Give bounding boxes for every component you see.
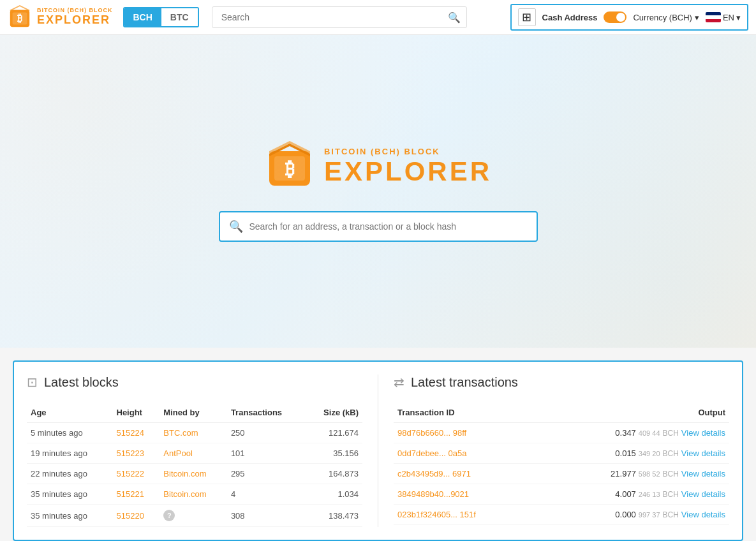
table-row: 35 minutes ago 515220 ? 308 138.473 [27, 505, 362, 527]
block-height[interactable]: 515220 [113, 505, 160, 527]
tx-output: 4.007 246 13 BCH View details [532, 484, 729, 505]
block-size: 1.034 [306, 484, 362, 505]
transactions-header-row: Transaction ID Output [394, 403, 729, 423]
nav-tab-bch[interactable]: BCH [124, 8, 161, 26]
col-age: Age [27, 403, 113, 423]
hero-logo-big: EXPLORER [324, 156, 492, 187]
logo-icon: ₿ [8, 5, 32, 29]
nav-logo-big: EXPLORER [37, 14, 113, 27]
block-size: 138.473 [306, 505, 362, 527]
tx-id[interactable]: 3849489b40...9021 [394, 484, 532, 505]
svg-text:₿: ₿ [285, 158, 294, 179]
tables-wrap: ⊡ Latest blocks Age Height Mined by Tran… [13, 360, 743, 541]
nav-logo[interactable]: ₿ BITCOIN (BCH) BLOCK EXPLORER [8, 5, 113, 29]
table-row: 98d76b6660... 98ff 0.347 409 44 BCH View… [394, 423, 729, 443]
block-transactions: 101 [227, 443, 306, 464]
block-transactions: 4 [227, 484, 306, 505]
block-height[interactable]: 515222 [113, 464, 160, 484]
col-transactions: Transactions [227, 403, 306, 423]
hero-search-input[interactable] [249, 212, 528, 241]
block-mined-by[interactable]: Bitcoin.com [159, 484, 227, 505]
svg-rect-5 [274, 156, 305, 181]
latest-transactions-header: ⇄ Latest transactions [394, 374, 729, 390]
toggle-switch[interactable] [604, 11, 626, 23]
blocks-header-row: Age Height Mined by Transactions Size (k… [27, 403, 362, 423]
svg-text:₿: ₿ [17, 13, 22, 24]
view-details-link[interactable]: View details [681, 469, 725, 478]
view-details-link[interactable]: View details [681, 489, 725, 499]
table-row: 5 minutes ago 515224 BTC.com 250 121.674 [27, 423, 362, 443]
nav-tab-btc[interactable]: BTC [161, 8, 198, 26]
hero-logo-small: BITCOIN (BCH) BLOCK [324, 147, 492, 156]
nav-right: ⊞ Cash Address Currency (BCH) ▾ EN ▾ [510, 4, 748, 31]
table-row: 19 minutes ago 515223 AntPool 101 35.156 [27, 443, 362, 464]
block-size: 121.674 [306, 423, 362, 443]
tx-output: 0.347 409 44 BCH View details [532, 423, 729, 443]
col-output: Output [532, 403, 729, 423]
tx-id[interactable]: 0dd7debee... 0a5a [394, 443, 532, 464]
currency-label: Currency (BCH) [633, 13, 692, 22]
flag-icon [706, 12, 721, 22]
hero-logo-row: ₿ BITCOIN (BCH) BLOCK EXPLORER [264, 141, 492, 192]
tx-id[interactable]: 023b1f324605... 151f [394, 505, 532, 525]
hero-search-wrap: 🔍 [219, 211, 538, 242]
view-details-link[interactable]: View details [681, 510, 725, 519]
block-age: 35 minutes ago [27, 505, 113, 527]
hero-logo: ₿ BITCOIN (BCH) BLOCK EXPLORER [264, 141, 492, 192]
lang-label: EN [723, 13, 734, 22]
nav-search-input[interactable] [212, 6, 467, 28]
blocks-expand-icon: ⊡ [27, 374, 38, 390]
qr-icon[interactable]: ⊞ [518, 8, 536, 26]
table-row: 023b1f324605... 151f 0.000 997 37 BCH Vi… [394, 505, 729, 525]
block-height[interactable]: 515221 [113, 484, 160, 505]
block-mined-by[interactable]: Bitcoin.com [159, 464, 227, 484]
tx-output: 0.000 997 37 BCH View details [532, 505, 729, 525]
svg-rect-4 [269, 151, 310, 186]
tx-output: 0.015 349 20 BCH View details [532, 443, 729, 464]
svg-marker-8 [269, 144, 310, 156]
hero-section: ₿ BITCOIN (BCH) BLOCK EXPLORER 🔍 [0, 35, 756, 348]
vertical-divider [378, 374, 378, 527]
table-row: 3849489b40...9021 4.007 246 13 BCH View … [394, 484, 729, 505]
currency-selector[interactable]: Currency (BCH) ▾ [633, 13, 699, 22]
block-transactions: 308 [227, 505, 306, 527]
lang-chevron-icon: ▾ [736, 13, 741, 22]
block-age: 19 minutes ago [27, 443, 113, 464]
tx-output: 21.977 598 52 BCH View details [532, 464, 729, 484]
block-mined-by[interactable]: AntPool [159, 443, 227, 464]
block-age: 35 minutes ago [27, 484, 113, 505]
table-row: 0dd7debee... 0a5a 0.015 349 20 BCH View … [394, 443, 729, 464]
nav-search-icon: 🔍 [448, 11, 461, 24]
block-transactions: 250 [227, 423, 306, 443]
currency-chevron-icon: ▾ [695, 13, 699, 22]
transactions-arrow-icon: ⇄ [394, 374, 404, 390]
latest-blocks-header: ⊡ Latest blocks [27, 374, 362, 390]
block-size: 35.156 [306, 443, 362, 464]
nav-search-wrap: 🔍 [212, 6, 467, 28]
block-size: 164.873 [306, 464, 362, 484]
view-details-link[interactable]: View details [681, 428, 725, 438]
latest-transactions-title: Latest transactions [411, 375, 518, 390]
block-height[interactable]: 515223 [113, 443, 160, 464]
lang-selector[interactable]: EN ▾ [706, 12, 741, 22]
unknown-miner-icon: ? [163, 510, 175, 521]
block-mined-by[interactable]: ? [159, 505, 227, 527]
table-row: 35 minutes ago 515221 Bitcoin.com 4 1.03… [27, 484, 362, 505]
tx-id[interactable]: c2b43495d9... 6971 [394, 464, 532, 484]
hero-logo-icon: ₿ [264, 141, 315, 192]
block-age: 5 minutes ago [27, 423, 113, 443]
table-row: c2b43495d9... 6971 21.977 598 52 BCH Vie… [394, 464, 729, 484]
col-size: Size (kB) [306, 403, 362, 423]
latest-blocks-title: Latest blocks [44, 375, 119, 390]
cash-address-toggle[interactable] [604, 11, 626, 23]
view-details-link[interactable]: View details [681, 448, 725, 458]
col-height: Height [113, 403, 160, 423]
tx-id[interactable]: 98d76b6660... 98ff [394, 423, 532, 443]
block-transactions: 295 [227, 464, 306, 484]
hero-search-icon: 🔍 [229, 219, 243, 233]
cash-address-label: Cash Address [542, 13, 598, 22]
block-height[interactable]: 515224 [113, 423, 160, 443]
block-mined-by[interactable]: BTC.com [159, 423, 227, 443]
table-row: 22 minutes ago 515222 Bitcoin.com 295 16… [27, 464, 362, 484]
col-tx-id: Transaction ID [394, 403, 532, 423]
